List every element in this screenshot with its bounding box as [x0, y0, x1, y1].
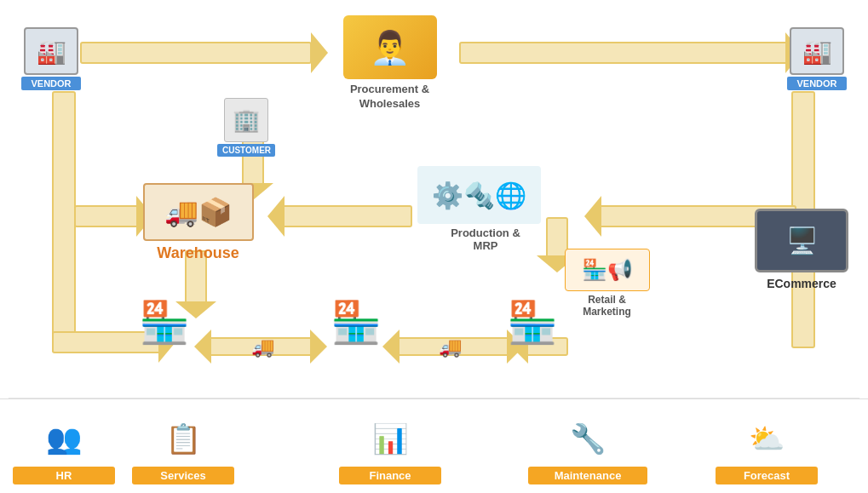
production-icon: ⚙️🔩🌐	[417, 166, 541, 224]
retail-module: 🏪📢 Retail &Marketing	[549, 249, 664, 318]
svg-marker-21	[267, 196, 285, 237]
svg-marker-26	[382, 330, 400, 364]
vendor-left-icon: 🏭	[24, 27, 78, 75]
maintenance-icon: 🔧	[549, 413, 626, 464]
ecommerce-label: ECommerce	[767, 277, 836, 290]
warehouse-icon: 🚚📦	[143, 183, 254, 241]
svg-rect-20	[279, 206, 411, 226]
warehouse-module: 🚚📦 Warehouse	[132, 183, 264, 262]
services-label: Services	[132, 467, 234, 484]
store-right-icon: 🏪	[507, 302, 558, 343]
ecommerce-icon: 🖥️	[755, 209, 848, 272]
svg-rect-6	[460, 43, 788, 63]
vendor-left: 🏭 VENDOR	[21, 27, 81, 90]
services-module: 📋 Services	[132, 413, 234, 484]
production-module: ⚙️🔩🌐 Production &MRP	[417, 166, 554, 252]
procurement-module: 👨‍💼 Procurement &Wholesales	[328, 15, 451, 112]
svg-rect-4	[81, 43, 311, 63]
customer-box: 🏢 CUSTOMER	[217, 98, 275, 157]
forecast-module: ⛅ Forecast	[716, 413, 818, 484]
store-left: 🏪	[139, 302, 190, 343]
hr-module: 👥 HR	[13, 413, 115, 484]
svg-marker-24	[310, 330, 327, 364]
vendor-right: 🏭 VENDOR	[787, 27, 847, 90]
diagram-container: 🏭 VENDOR 🏭 VENDOR 🏢 CUSTOMER 👨‍💼 Procure…	[0, 0, 868, 493]
customer-label: CUSTOMER	[217, 144, 275, 157]
ecommerce-module: 🖥️ ECommerce	[750, 209, 853, 290]
maintenance-module: 🔧 Maintenance	[528, 413, 647, 484]
customer-icon: 🏢	[224, 98, 268, 142]
store-middle: 🏪	[331, 302, 382, 343]
vendor-right-icon: 🏭	[790, 27, 844, 75]
forecast-icon: ⛅	[728, 413, 805, 464]
store-middle-icon: 🏪	[331, 302, 382, 343]
warehouse-label: Warehouse	[132, 244, 264, 262]
retail-label: Retail &Marketing	[549, 294, 664, 318]
procurement-icon: 👨‍💼	[343, 15, 437, 79]
vendor-right-label: VENDOR	[787, 77, 847, 90]
procurement-label: Procurement &Wholesales	[350, 83, 429, 112]
store-left-icon: 🏪	[139, 302, 190, 343]
hr-icon: 👥	[26, 413, 102, 464]
finance-module: 📊 Finance	[339, 413, 441, 484]
retail-icon: 🏪📢	[565, 249, 650, 291]
finance-icon: 📊	[352, 413, 428, 464]
truck-icon-2: 🚚	[439, 336, 462, 358]
services-icon: 📋	[145, 413, 221, 464]
finance-label: Finance	[339, 467, 441, 484]
vendor-left-label: VENDOR	[21, 77, 81, 90]
svg-marker-23	[194, 330, 211, 364]
svg-marker-15	[584, 196, 601, 237]
store-right: 🏪	[507, 302, 558, 343]
hr-label: HR	[13, 467, 115, 484]
svg-marker-5	[311, 32, 328, 73]
divider	[0, 398, 868, 399]
forecast-label: Forecast	[716, 467, 818, 484]
maintenance-label: Maintenance	[528, 467, 647, 484]
truck-icon-1: 🚚	[251, 336, 274, 358]
svg-rect-8	[53, 92, 75, 352]
production-label: Production &MRP	[417, 226, 554, 252]
